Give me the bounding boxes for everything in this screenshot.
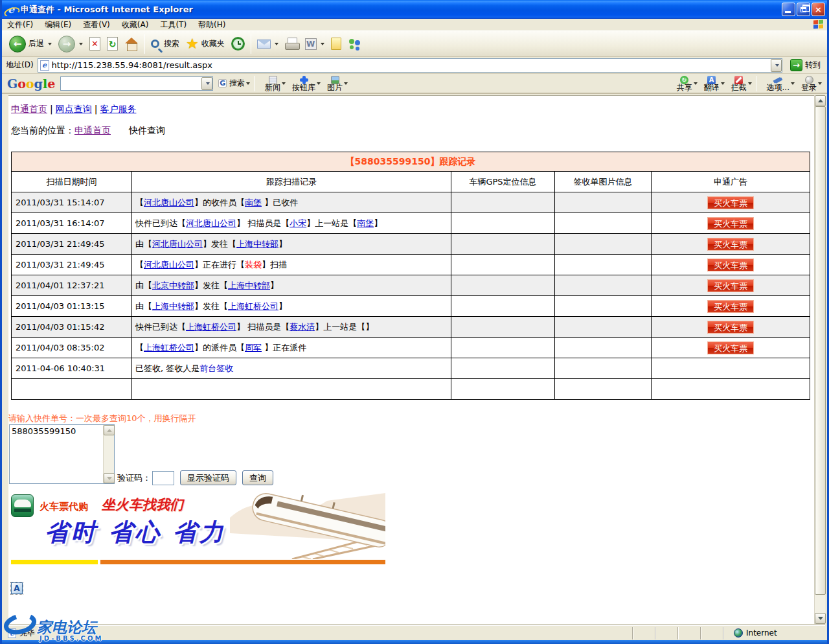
minimize-button[interactable]	[782, 3, 795, 16]
banner-ticket-service: 火车票代购	[40, 501, 88, 513]
tracking-link[interactable]: 上海中转部	[228, 281, 270, 290]
refresh-button[interactable]: ↻	[104, 33, 121, 55]
back-dropdown-icon[interactable]	[48, 43, 52, 45]
google-translate-button[interactable]: A 翻译	[704, 76, 720, 91]
tracking-link[interactable]: 河北唐山公司	[186, 218, 236, 228]
search-button[interactable]: 搜索	[148, 33, 183, 55]
close-button[interactable]: ×	[812, 3, 825, 16]
mail-button[interactable]	[254, 33, 282, 55]
site-nav-link[interactable]: 申通首页	[11, 104, 47, 114]
home-button[interactable]	[121, 33, 142, 55]
favorites-button[interactable]: ★ 收藏夹	[183, 33, 228, 55]
breadcrumb-home-link[interactable]: 申通首页	[74, 125, 111, 135]
buy-train-ticket-button[interactable]: 买火车票	[707, 321, 754, 334]
scrollbar-thumb[interactable]	[815, 106, 826, 595]
google-search-dropdown-icon[interactable]	[246, 82, 250, 85]
tracking-link[interactable]: 上海中转部	[236, 239, 278, 249]
news-dropdown-icon[interactable]	[282, 82, 286, 85]
forward-dropdown-icon[interactable]	[79, 43, 83, 45]
google-button-gallery[interactable]: 按钮库	[292, 76, 315, 91]
query-button[interactable]: 查询	[242, 470, 273, 485]
buy-train-ticket-button[interactable]: 买火车票	[707, 279, 754, 292]
tracking-link[interactable]: 上海虹桥公司	[144, 343, 194, 352]
print-button[interactable]	[282, 33, 302, 55]
ie-logo-icon: e	[5, 4, 17, 16]
google-options-button[interactable]: 选项...	[767, 76, 789, 91]
forward-button[interactable]: →	[55, 33, 86, 55]
status-highlight: 装袋	[245, 260, 262, 270]
buy-train-ticket-button[interactable]: 买火车票	[707, 238, 754, 251]
restore-button[interactable]	[797, 3, 810, 16]
menu-item[interactable]: 收藏(A)	[122, 20, 149, 29]
tracking-link[interactable]: 上海虹桥公司	[186, 322, 236, 332]
table-row: 2011/03/31 15:14:07【河北唐山公司】的收件员【南堡 】已收件买…	[12, 192, 810, 213]
buy-train-ticket-button[interactable]: 买火车票	[707, 217, 754, 230]
google-images-button[interactable]: 图片	[327, 76, 343, 91]
captcha-input[interactable]	[152, 471, 174, 485]
vertical-scrollbar[interactable]	[814, 95, 825, 624]
tracking-link[interactable]: 蔡水清	[290, 322, 315, 332]
mail-dropdown-icon[interactable]	[275, 43, 278, 45]
share-dropdown-icon[interactable]	[694, 82, 698, 85]
tracking-link[interactable]: 河北唐山公司	[152, 239, 203, 249]
scroll-up-button[interactable]	[104, 425, 115, 435]
signin-dropdown-icon[interactable]	[818, 82, 822, 85]
buy-train-ticket-button[interactable]: 买火车票	[707, 196, 754, 209]
google-search-label: 搜索	[229, 78, 245, 89]
history-icon	[231, 37, 245, 51]
menu-item[interactable]: 查看(V)	[83, 20, 110, 29]
buy-train-ticket-button[interactable]: 买火车票	[707, 341, 754, 354]
edit-word-button[interactable]: W	[302, 33, 328, 55]
google-search-input[interactable]	[60, 76, 213, 91]
textarea-scrollbar[interactable]	[103, 425, 114, 483]
scroll-down-button[interactable]	[104, 473, 115, 483]
scrollbar-up-button[interactable]	[815, 95, 826, 106]
tracking-link[interactable]: 北京中转部	[152, 281, 194, 290]
tracking-link[interactable]: 南堡	[357, 218, 374, 228]
buy-train-ticket-button[interactable]: 买火车票	[707, 300, 754, 313]
history-button[interactable]	[228, 33, 248, 55]
google-share-button[interactable]: ↻ 共享	[677, 76, 692, 91]
address-dropdown-button[interactable]	[771, 59, 782, 72]
site-nav-link[interactable]: 网点查询	[56, 104, 92, 114]
notes-button[interactable]	[328, 33, 345, 55]
site-nav-link[interactable]: 客户服务	[100, 104, 136, 114]
tracking-link[interactable]: 上海中转部	[152, 301, 194, 311]
images-dropdown-icon[interactable]	[344, 82, 348, 85]
menu-item[interactable]: 编辑(E)	[45, 20, 71, 29]
zone-label: Internet	[746, 628, 777, 638]
google-news-button[interactable]: 新闻	[265, 76, 280, 91]
options-dropdown-icon[interactable]	[791, 82, 795, 85]
back-icon: ←	[9, 36, 26, 52]
google-block-button[interactable]: 拦截	[731, 76, 747, 91]
google-search-dropdown[interactable]	[201, 77, 212, 90]
google-signin-button[interactable]: 登录	[801, 76, 817, 91]
show-captcha-button[interactable]: 显示验证码	[180, 470, 236, 485]
tracking-link[interactable]: 河北唐山公司	[144, 198, 194, 207]
scrollbar-down-button[interactable]	[815, 613, 826, 624]
menu-item[interactable]: 工具(T)	[160, 20, 187, 29]
translate-dropdown-icon[interactable]	[721, 82, 725, 85]
tracking-link[interactable]: 南堡	[245, 198, 262, 207]
tracking-link[interactable]: 周军	[245, 343, 262, 352]
edit-dropdown-icon[interactable]	[321, 43, 324, 45]
tracking-number-textarea[interactable]: 588035599150	[9, 424, 115, 484]
banner-bar-orange	[100, 560, 385, 564]
stop-button[interactable]: ✕	[86, 33, 104, 55]
go-button[interactable]: → 转到	[788, 58, 823, 72]
button-gallery-dropdown-icon[interactable]	[317, 82, 321, 85]
train-ticket-ad-banner[interactable]: 火车票代购 坐火车找我们 省时 省心 省力	[11, 492, 385, 568]
buy-train-ticket-button[interactable]: 买火车票	[707, 259, 754, 271]
gps-info-cell	[451, 358, 555, 379]
address-input[interactable]: e http://115.238.55.94:8081/result.aspx	[38, 58, 782, 73]
tracking-link[interactable]: 河北唐山公司	[144, 260, 194, 270]
menu-item[interactable]: 文件(F)	[7, 20, 33, 29]
messenger-button[interactable]	[345, 33, 365, 55]
menu-item[interactable]: 帮助(H)	[198, 20, 225, 29]
back-button[interactable]: ← 后退	[6, 33, 55, 55]
google-search-button[interactable]: G 搜索	[218, 78, 250, 89]
block-dropdown-icon[interactable]	[748, 82, 752, 85]
a-badge-link[interactable]: A	[11, 582, 23, 594]
tracking-link[interactable]: 小宋	[290, 218, 306, 228]
tracking-link[interactable]: 上海虹桥公司	[228, 301, 278, 311]
